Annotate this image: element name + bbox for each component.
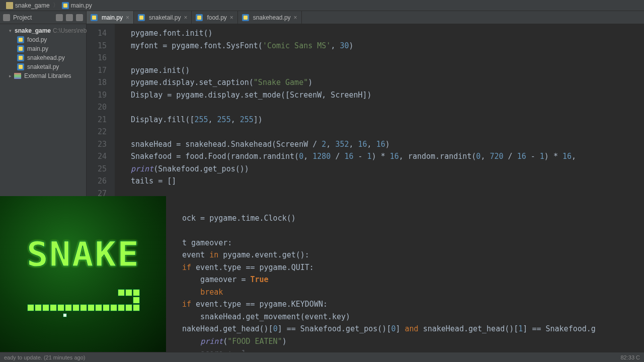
editor-tabs: main.py×snaketail.py×food.py×snakehead.p… <box>87 11 644 24</box>
breadcrumb-project-label: snake_game <box>15 2 50 9</box>
snake-game-overlay: SNAKE <box>0 196 166 352</box>
python-file-icon <box>196 14 203 21</box>
python-file-icon <box>62 2 69 9</box>
snake-graphic <box>25 289 141 314</box>
breadcrumb-file-label: main.py <box>71 2 92 9</box>
editor-tab[interactable]: snaketail.py× <box>134 11 192 24</box>
project-view-icon[interactable] <box>3 14 10 21</box>
tree-file[interactable]: snaketail.py <box>0 62 86 71</box>
tree-root-label: snake_game <box>15 27 51 34</box>
status-right: 82:33 C <box>620 354 640 360</box>
breadcrumb-project[interactable]: snake_game <box>4 2 52 9</box>
python-file-icon <box>17 36 24 43</box>
tree-file-label: main.py <box>27 45 48 52</box>
chevron-right-icon: 〉 <box>53 1 59 10</box>
close-icon[interactable]: × <box>126 14 129 21</box>
editor-area: main.py×snaketail.py×food.py×snakehead.p… <box>87 11 644 352</box>
code-content[interactable]: pygame.font.init()myfont = pygame.font.S… <box>115 24 644 352</box>
tree-external-label: External Libraries <box>24 72 71 79</box>
breadcrumb-file[interactable]: main.py <box>60 2 94 9</box>
editor-tab[interactable]: main.py× <box>87 11 134 24</box>
collapse-icon[interactable] <box>56 14 63 21</box>
python-file-icon <box>138 14 145 21</box>
tree-root[interactable]: ▾ snake_game C:\Users\rebba <box>0 26 86 35</box>
folder-icon <box>6 2 13 9</box>
sidebar-toolbar: Project <box>0 11 86 24</box>
chevron-right-icon[interactable]: ▸ <box>9 73 14 78</box>
sidebar-tool-label[interactable]: Project <box>13 14 32 21</box>
tree-file-label: snaketail.py <box>27 63 59 70</box>
tree-file-label: snakehead.py <box>27 54 65 61</box>
editor-tab[interactable]: food.py× <box>192 11 237 24</box>
tree-file-label: food.py <box>27 36 47 43</box>
editor-tab[interactable]: snakehead.py× <box>238 11 302 24</box>
snake-title: SNAKE <box>26 234 139 274</box>
tree-external-libs[interactable]: ▸ External Libraries <box>0 71 86 80</box>
status-left: eady to update. (21 minutes ago) <box>4 354 85 360</box>
chevron-down-icon[interactable]: ▾ <box>9 28 12 33</box>
settings-icon[interactable] <box>66 14 73 21</box>
close-icon[interactable]: × <box>294 14 297 21</box>
tree-file[interactable]: main.py <box>0 44 86 53</box>
tab-label: food.py <box>207 14 226 21</box>
tab-label: main.py <box>102 14 123 21</box>
breadcrumb: snake_game 〉 main.py <box>0 0 644 11</box>
close-icon[interactable]: × <box>184 14 187 21</box>
python-file-icon <box>17 45 24 52</box>
close-icon[interactable]: × <box>230 14 233 21</box>
hide-icon[interactable] <box>76 14 83 21</box>
tree-file[interactable]: food.py <box>0 35 86 44</box>
tree-file[interactable]: snakehead.py <box>0 53 86 62</box>
tab-label: snaketail.py <box>149 14 181 21</box>
project-tree[interactable]: ▾ snake_game C:\Users\rebba food.pymain.… <box>0 24 86 82</box>
status-bar: eady to update. (21 minutes ago) 82:33 C <box>0 352 644 362</box>
library-icon <box>14 73 21 79</box>
python-file-icon <box>91 14 98 21</box>
code-editor[interactable]: 14 15 16 17 18 19 20 21 22 23 24 25 26 2… <box>87 24 644 352</box>
python-file-icon <box>242 14 249 21</box>
python-file-icon <box>17 54 24 61</box>
python-file-icon <box>17 63 24 70</box>
tab-label: snakehead.py <box>253 14 291 21</box>
